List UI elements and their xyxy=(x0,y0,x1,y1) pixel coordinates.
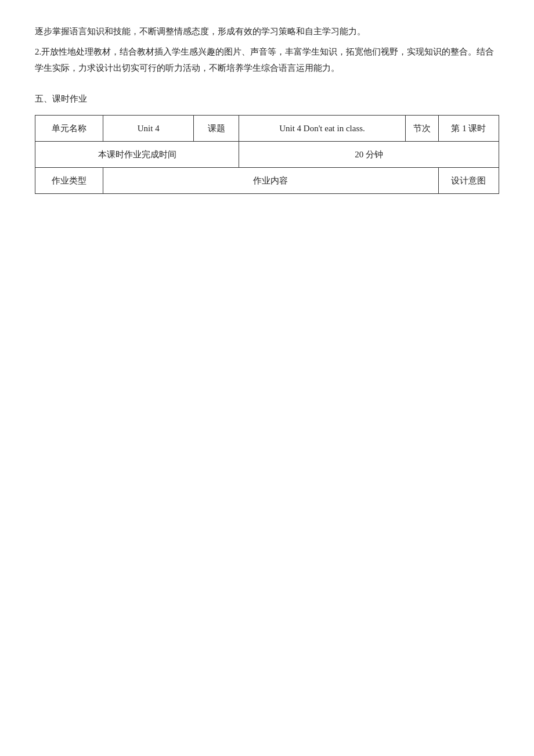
topic-value: Unit 4 Don't eat in class. xyxy=(239,116,405,142)
paragraph-2: 2.开放性地处理教材，结合教材插入学生感兴趣的图片、声音等，丰富学生知识，拓宽他… xyxy=(35,44,499,77)
paragraph-1: 逐步掌握语言知识和技能，不断调整情感态度，形成有效的学习策略和自主学习能力。 xyxy=(35,23,499,40)
homework-table: 单元名称 Unit 4 课题 Unit 4 Don't eat in class… xyxy=(35,115,499,194)
table-row-2: 本课时作业完成时间 20 分钟 xyxy=(35,142,499,168)
design-intent-header: 设计意图 xyxy=(438,168,499,194)
homework-type-header: 作业类型 xyxy=(35,168,103,194)
topic-label: 课题 xyxy=(194,116,239,142)
session-label: 节次 xyxy=(405,116,438,142)
section-heading: 五、课时作业 xyxy=(35,91,499,107)
time-value: 20 分钟 xyxy=(239,142,499,168)
unit-name-value: Unit 4 xyxy=(103,116,194,142)
homework-content-header: 作业内容 xyxy=(103,168,439,194)
table-row-1: 单元名称 Unit 4 课题 Unit 4 Don't eat in class… xyxy=(35,116,499,142)
session-value: 第 1 课时 xyxy=(438,116,499,142)
unit-name-label: 单元名称 xyxy=(35,116,103,142)
table-row-3: 作业类型 作业内容 设计意图 xyxy=(35,168,499,194)
time-label: 本课时作业完成时间 xyxy=(35,142,239,168)
